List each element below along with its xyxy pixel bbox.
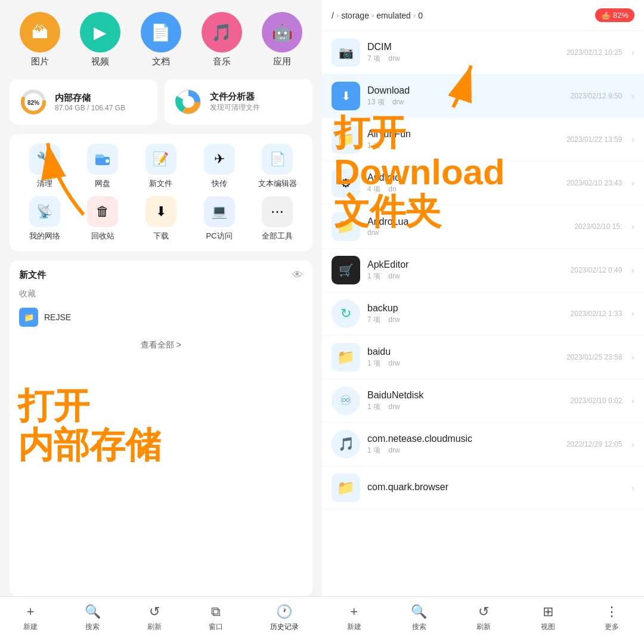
aliyun-folder-icon: 📁 bbox=[332, 125, 360, 154]
file-row-cloudmusic[interactable]: 🎵 com.netease.cloudmusic 1 项 drw 2022/12… bbox=[322, 423, 644, 466]
pcaccess-icon: 💻 bbox=[204, 196, 235, 227]
internal-storage-subtitle: 87.04 GB / 106.47 GB bbox=[55, 104, 125, 112]
android-name: Android bbox=[367, 172, 559, 183]
nav-new-label: 新建 bbox=[23, 622, 38, 632]
cloudmusic-name: com.netease.cloudmusic bbox=[367, 434, 559, 444]
eye-icon[interactable]: 👁 bbox=[292, 269, 303, 281]
breadcrumb-emulated[interactable]: emulated bbox=[376, 11, 411, 20]
category-video[interactable]: ▶ 视频 bbox=[80, 12, 120, 67]
right-nav-view[interactable]: ⊞ 视图 bbox=[541, 604, 555, 632]
file-row-androlua[interactable]: 📁 AndroLua drw 2023/02/10 15: › bbox=[322, 205, 644, 249]
right-nav-new[interactable]: + 新建 bbox=[347, 604, 361, 632]
transfer-label: 快传 bbox=[212, 178, 227, 189]
view-all-link[interactable]: 查看全部 > bbox=[19, 330, 303, 355]
storage-badge-text: 82% bbox=[613, 11, 628, 20]
left-panel: 🏔 图片 ▶ 视频 📄 文档 🎵 音乐 🤖 应用 bbox=[0, 0, 322, 644]
tool-newfile[interactable]: 📝 新文件 bbox=[135, 144, 187, 189]
baidunetdisk-folder-icon: ♾ bbox=[332, 386, 360, 415]
file-analyzer-card[interactable]: 文件分析器 发现可清理文件 bbox=[165, 79, 312, 125]
texteditor-icon: 📄 bbox=[262, 144, 293, 175]
file-row-baidu[interactable]: 📁 baidu 1 项 drw 2023/01/25 23:58 › bbox=[322, 336, 644, 379]
category-docs[interactable]: 📄 文档 bbox=[141, 12, 181, 67]
nav-new[interactable]: + 新建 bbox=[23, 604, 38, 632]
aliyun-arrow: › bbox=[631, 135, 634, 144]
photos-label: 图片 bbox=[31, 56, 49, 67]
nav-history-icon: 🕐 bbox=[276, 604, 292, 620]
backup-date: 2023/02/12 1:33 bbox=[571, 309, 623, 318]
internal-storage-text: 内部存储 87.04 GB / 106.47 GB bbox=[55, 92, 125, 112]
nav-history[interactable]: 🕐 历史记录 bbox=[270, 604, 299, 632]
new-files-title: 新文件 bbox=[19, 270, 46, 281]
tool-transfer[interactable]: ✈ 快传 bbox=[194, 144, 245, 189]
quark-folder-icon: 📁 bbox=[332, 473, 360, 502]
breadcrumb-root[interactable]: / bbox=[332, 11, 334, 20]
tool-texteditor[interactable]: 📄 文本编辑器 bbox=[252, 144, 303, 189]
quark-info: com.quark.browser bbox=[367, 482, 615, 494]
tool-trash[interactable]: 🗑 回收站 bbox=[78, 196, 129, 242]
category-photos[interactable]: 🏔 图片 bbox=[20, 12, 60, 67]
tool-alltools[interactable]: ⋯ 全部工具 bbox=[252, 196, 303, 242]
right-nav-refresh[interactable]: ↺ 刷新 bbox=[476, 604, 491, 632]
internal-storage-card[interactable]: 82% 内部存储 87.04 GB / 106.47 GB bbox=[10, 79, 157, 125]
file-row-dcim[interactable]: 📷 DCIM 7 项 drw 2023/02/12 10:25 › bbox=[322, 31, 644, 75]
category-music[interactable]: 🎵 音乐 bbox=[202, 12, 242, 67]
cloudmusic-meta: 1 项 drw bbox=[367, 445, 559, 456]
alltools-icon: ⋯ bbox=[262, 196, 293, 227]
breadcrumb-0[interactable]: 0 bbox=[418, 11, 423, 20]
androlua-name: AndroLua bbox=[367, 216, 567, 227]
top-category-icons: 🏔 图片 ▶ 视频 📄 文档 🎵 音乐 🤖 应用 bbox=[10, 12, 312, 67]
android-date: 2023/02/10 23:43 bbox=[566, 179, 622, 187]
new-files-header: 新文件 👁 bbox=[19, 269, 303, 281]
file-row-baidunetdisk[interactable]: ♾ BaiduNetdisk 1 项 drw 2023/02/10 0:02 › bbox=[322, 379, 644, 423]
nav-refresh[interactable]: ↺ 刷新 bbox=[147, 604, 162, 632]
breadcrumb-storage[interactable]: storage bbox=[341, 11, 369, 20]
nav-window-label: 窗口 bbox=[209, 622, 223, 632]
baidunetdisk-name: BaiduNetdisk bbox=[367, 390, 564, 401]
cloudmusic-info: com.netease.cloudmusic 1 项 drw bbox=[367, 434, 559, 456]
dcim-arrow: › bbox=[631, 48, 634, 57]
android-arrow: › bbox=[631, 178, 634, 188]
nav-search[interactable]: 🔍 搜索 bbox=[85, 604, 101, 632]
nav-history-label: 历史记录 bbox=[270, 622, 299, 632]
clean-icon: 🔧 bbox=[29, 144, 60, 175]
apkeditor-date: 2023/02/12 0:49 bbox=[571, 266, 623, 274]
new-files-section: 新文件 👁 收藏 📁 REJSE 查看全部 > bbox=[10, 261, 312, 596]
right-nav-new-icon: + bbox=[350, 604, 358, 620]
download-meta: 13 项 drw bbox=[367, 97, 564, 107]
nav-window[interactable]: ⧉ 窗口 bbox=[209, 604, 223, 632]
right-panel: / › storage › emulated › 0 🥧 82% 📷 DCIM … bbox=[322, 0, 644, 644]
tool-mynetwork[interactable]: 📡 我的网络 bbox=[19, 196, 70, 242]
fav-item-name: REJSE bbox=[44, 312, 71, 322]
file-row-backup[interactable]: ↻ backup 7 项 drw 2023/02/12 1:33 › bbox=[322, 292, 644, 336]
right-nav-more[interactable]: ⋮ 更多 bbox=[605, 604, 619, 632]
svg-text:82%: 82% bbox=[27, 100, 39, 106]
backup-folder-icon: ↻ bbox=[332, 299, 360, 328]
category-apps[interactable]: 🤖 应用 bbox=[262, 12, 302, 67]
cloudmusic-arrow: › bbox=[631, 439, 634, 449]
file-row-apkeditor[interactable]: 🛒 ApkEditor 1 项 drw 2023/02/12 0:49 › bbox=[322, 249, 644, 292]
aliyun-info: AliYunFun 1 项 bbox=[367, 129, 559, 151]
clean-label: 清理 bbox=[37, 178, 52, 189]
file-row-android[interactable]: ⚙ Android 4 项 dn 2023/02/10 23:43 › bbox=[322, 162, 644, 205]
svg-point-4 bbox=[182, 96, 194, 108]
tool-netdisk[interactable]: 网盘 bbox=[78, 144, 129, 189]
apps-icon: 🤖 bbox=[262, 12, 302, 52]
analyzer-title: 文件分析器 bbox=[210, 91, 260, 103]
apkeditor-meta: 1 项 drw bbox=[367, 271, 564, 281]
file-row-aliyun[interactable]: 📁 AliYunFun 1 项 2023/01/22 13:59 › bbox=[322, 118, 644, 162]
tool-pcaccess[interactable]: 💻 PC访问 bbox=[194, 196, 245, 242]
file-row-download[interactable]: ⬇ Download 13 项 drw 2023/02/12 9:50 › bbox=[322, 75, 644, 118]
tool-clean[interactable]: 🔧 清理 bbox=[19, 144, 70, 189]
dcim-name: DCIM bbox=[367, 42, 559, 52]
right-nav-search[interactable]: 🔍 搜索 bbox=[411, 604, 427, 632]
right-nav-refresh-label: 刷新 bbox=[476, 622, 491, 632]
tool-download[interactable]: ⬇ 下载 bbox=[135, 196, 187, 242]
nav-new-icon: + bbox=[27, 604, 35, 620]
pie-chart-icon: 🥧 bbox=[601, 11, 611, 20]
music-label: 音乐 bbox=[213, 56, 231, 67]
file-row-quark[interactable]: 📁 com.quark.browser › bbox=[322, 466, 644, 510]
fav-item-rejse[interactable]: 📁 REJSE bbox=[19, 304, 303, 330]
baidunetdisk-info: BaiduNetdisk 1 项 drw bbox=[367, 390, 564, 412]
quark-arrow: › bbox=[631, 483, 634, 493]
netdisk-icon bbox=[87, 144, 118, 175]
